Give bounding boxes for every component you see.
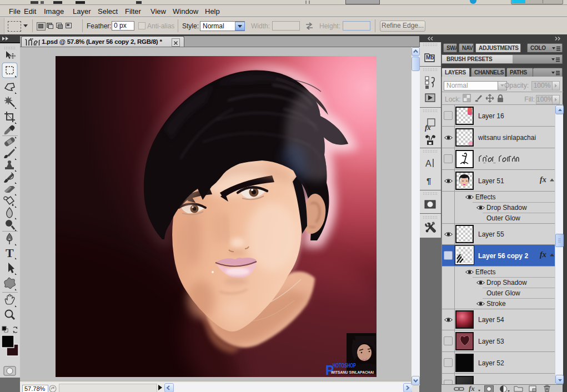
svg-text:HOTOSHOP: HOTOSHOP (333, 363, 356, 369)
svg-text:¶: ¶ (426, 176, 431, 185)
svg-text:T: T (6, 246, 14, 260)
svg-text:A: A (425, 159, 431, 168)
svg-text:fx: fx (469, 385, 475, 392)
svg-text:WITSANU SINLAPACHAI: WITSANU SINLAPACHAI (331, 370, 374, 375)
svg-text:fx: fx (425, 123, 431, 132)
svg-text:Mb: Mb (426, 54, 434, 61)
